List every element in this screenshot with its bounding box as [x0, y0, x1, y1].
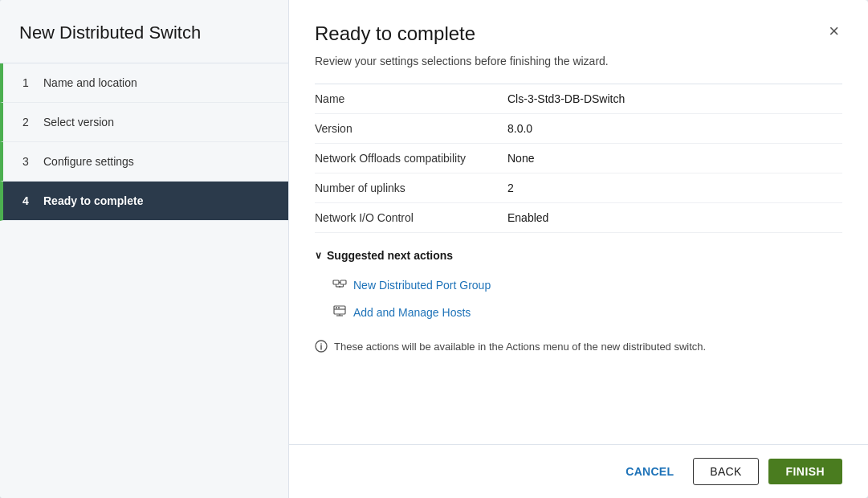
suggested-section: ∨ Suggested next actions New Distribute	[315, 249, 842, 326]
settings-value-version: 8.0.0	[507, 122, 532, 135]
svg-rect-0	[333, 280, 339, 284]
step-2: 2 Select version	[0, 103, 288, 142]
cancel-button[interactable]: CANCEL	[616, 459, 683, 484]
footer: CANCEL BACK FINISH	[289, 444, 868, 498]
svg-point-10	[338, 307, 340, 308]
settings-row-name: Name Cls-3-Std3-DB-DSwitch	[315, 84, 842, 114]
settings-table: Name Cls-3-Std3-DB-DSwitch Version 8.0.0…	[315, 84, 842, 233]
svg-rect-1	[340, 280, 346, 284]
info-note: These actions will be available in the A…	[315, 339, 842, 358]
chevron-icon: ∨	[315, 250, 322, 261]
suggested-header[interactable]: ∨ Suggested next actions	[315, 249, 842, 262]
action-add-manage-hosts-label: Add and Manage Hosts	[353, 306, 471, 319]
settings-row-network-io: Network I/O Control Enabled	[315, 203, 842, 233]
manage-hosts-icon	[332, 304, 347, 321]
settings-label-network-offloads: Network Offloads compatibility	[315, 152, 507, 165]
close-button[interactable]: ×	[825, 22, 842, 40]
step-3-label: Configure settings	[43, 155, 134, 168]
right-panel-title: Ready to complete	[315, 22, 475, 45]
step-3-number: 3	[22, 155, 35, 168]
step-1-number: 1	[22, 76, 35, 89]
settings-row-uplinks: Number of uplinks 2	[315, 173, 842, 203]
right-panel: Ready to complete × Review your settings…	[289, 0, 868, 498]
action-new-port-group-label: New Distributed Port Group	[353, 279, 491, 292]
step-1-label: Name and location	[43, 76, 137, 89]
svg-point-9	[336, 307, 337, 308]
step-4-number: 4	[22, 194, 35, 207]
svg-point-15	[320, 343, 322, 345]
svg-rect-7	[334, 306, 345, 314]
settings-row-network-offloads: Network Offloads compatibility None	[315, 144, 842, 173]
steps-list: 1 Name and location 2 Select version 3 C…	[0, 63, 288, 221]
action-new-port-group[interactable]: New Distributed Port Group	[315, 271, 842, 299]
info-note-text: These actions will be available in the A…	[334, 339, 706, 355]
right-header: Ready to complete ×	[289, 0, 868, 55]
settings-label-version: Version	[315, 122, 507, 135]
step-2-label: Select version	[43, 116, 114, 129]
back-button[interactable]: BACK	[693, 458, 758, 485]
wizard-dialog: New Distributed Switch 1 Name and locati…	[0, 0, 868, 498]
step-4-label: Ready to complete	[43, 194, 143, 207]
svg-point-6	[339, 286, 340, 288]
suggested-header-label: Suggested next actions	[327, 249, 453, 262]
settings-value-network-offloads: None	[507, 152, 534, 165]
settings-value-network-io: Enabled	[507, 211, 548, 224]
settings-label-name: Name	[315, 92, 507, 105]
wizard-title: New Distributed Switch	[0, 0, 288, 63]
step-4: 4 Ready to complete	[0, 182, 288, 221]
settings-label-uplinks: Number of uplinks	[315, 182, 507, 194]
step-1: 1 Name and location	[0, 63, 288, 103]
info-icon	[315, 340, 328, 358]
action-add-manage-hosts[interactable]: Add and Manage Hosts	[315, 299, 842, 326]
settings-label-network-io: Network I/O Control	[315, 211, 507, 224]
finish-button[interactable]: FINISH	[768, 459, 842, 484]
right-panel-subtitle: Review your settings selections before f…	[289, 55, 868, 84]
settings-value-name: Cls-3-Std3-DB-DSwitch	[507, 92, 625, 105]
step-3: 3 Configure settings	[0, 142, 288, 182]
port-group-icon	[332, 276, 347, 294]
left-panel: New Distributed Switch 1 Name and locati…	[0, 0, 289, 498]
settings-value-uplinks: 2	[507, 182, 514, 194]
step-2-number: 2	[22, 116, 35, 129]
settings-row-version: Version 8.0.0	[315, 114, 842, 144]
